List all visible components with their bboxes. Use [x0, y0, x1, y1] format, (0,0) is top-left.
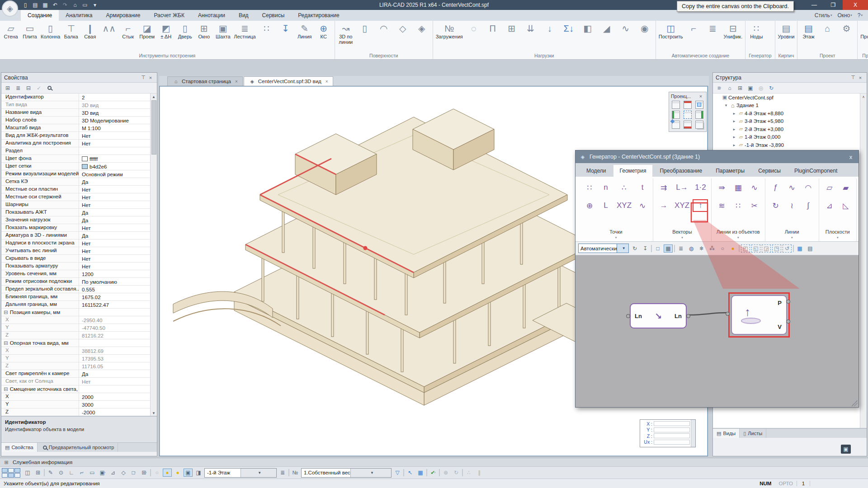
- generator-tool-icon[interactable]: ≀: [785, 200, 799, 211]
- alphabetical-icon[interactable]: ≣: [14, 84, 23, 92]
- ribbon-tab[interactable]: Армирование: [99, 10, 147, 21]
- level-mark-icon[interactable]: ↧: [276, 22, 295, 38]
- property-row[interactable]: ⊟Позиция камеры, мм: [1, 309, 157, 316]
- panel-tab[interactable]: ▤ Виды: [713, 429, 740, 438]
- input-port[interactable]: [726, 312, 730, 316]
- generator-tab[interactable]: Параметры: [709, 165, 751, 177]
- close-button[interactable]: X: [843, 0, 868, 10]
- dropdown-arrow-icon[interactable]: ▾: [681, 236, 683, 241]
- import-model-icon[interactable]: ↧: [641, 244, 650, 253]
- add-building-icon[interactable]: ⊞▾: [736, 84, 745, 92]
- property-row[interactable]: Показывать арматуру Нет: [1, 263, 157, 270]
- check-doc-icon[interactable]: ✔▾: [429, 469, 438, 477]
- generator-tool-icon[interactable]: L→: [675, 182, 689, 193]
- pile-icon[interactable]: ❙ Свая: [80, 22, 99, 43]
- layout-grid-icon[interactable]: ▦: [795, 244, 804, 253]
- gear-drops-icon[interactable]: ⁂: [708, 244, 717, 253]
- panel-tab[interactable]: ▯ Листы: [740, 429, 766, 438]
- ribbon-tab[interactable]: Аннотации: [191, 10, 232, 21]
- arch-icon[interactable]: ◠: [374, 22, 393, 38]
- 3d-by-line-icon[interactable]: ↝ 3D по линии: [336, 22, 355, 48]
- property-row[interactable]: Предел зеркальной составля... 0.555: [1, 286, 157, 293]
- generator-tool-icon[interactable]: ⇛: [715, 182, 729, 193]
- menu-item[interactable]: Окно▾: [835, 12, 854, 19]
- property-row[interactable]: Вид для ЖБК-результатов Нет: [1, 132, 157, 140]
- property-row[interactable]: Арматура в 3D - линиями Да: [1, 232, 157, 239]
- multi-view-icon[interactable]: [695, 121, 703, 129]
- generator-tool-icon[interactable]: →: [657, 200, 670, 211]
- center-snap-icon[interactable]: ⊙▾: [57, 469, 66, 477]
- tree-item[interactable]: ▸ ▱ 3-й Этаж +5,980: [713, 117, 867, 126]
- vector-node[interactable]: ↑ P V: [731, 295, 787, 335]
- force-icon[interactable]: ↓: [540, 22, 559, 38]
- group-load-icon[interactable]: ⇊: [521, 22, 540, 38]
- expander-icon[interactable]: ▸: [731, 135, 737, 139]
- generator-toolbar-button[interactable]: [651, 245, 652, 252]
- generator-tool-icon[interactable]: ▱: [823, 182, 836, 193]
- ks-icon[interactable]: ⊕ КС: [314, 22, 333, 43]
- dropdown-arrow-icon[interactable]: ▾: [737, 236, 739, 241]
- close-tab-icon[interactable]: ×: [326, 79, 328, 84]
- tree-item[interactable]: ▾ ⌂ Здание 1: [713, 102, 867, 110]
- chevron-down-icon[interactable]: ▼: [241, 469, 277, 477]
- property-row[interactable]: Z -2000: [1, 408, 157, 416]
- rotate-icon[interactable]: ↻▾: [452, 469, 461, 477]
- loadcase-combo[interactable]: 1.Собственный вес ▼: [301, 468, 392, 478]
- generator-tool-icon[interactable]: ▦: [731, 182, 745, 193]
- generator-tab[interactable]: PluginComponent: [788, 165, 844, 177]
- property-row[interactable]: ⊟Опорная точка вида, мм: [1, 339, 157, 347]
- soil-pressure-icon[interactable]: ◢: [597, 22, 616, 38]
- pin-icon[interactable]: ⊤: [140, 75, 147, 80]
- viewport-grid-icon[interactable]: [2, 468, 20, 478]
- pin-icon[interactable]: ⊤: [849, 75, 857, 80]
- close-icon[interactable]: ×: [697, 94, 704, 99]
- generator-toolbar-button[interactable]: [793, 245, 794, 252]
- generator-tool-icon[interactable]: ∿: [748, 182, 761, 193]
- corner-view-icon[interactable]: [672, 121, 680, 129]
- generator-tool-icon[interactable]: ✂: [748, 200, 761, 211]
- vector-by-point-icon[interactable]: ↑: [693, 200, 707, 211]
- wire-cube-icon[interactable]: □: [653, 244, 662, 253]
- generator-tool-icon[interactable]: ∴: [618, 182, 631, 193]
- input-port[interactable]: [626, 314, 630, 318]
- expander-icon[interactable]: ▾: [723, 103, 729, 108]
- property-row[interactable]: Режим отрисовки подложки По умолчанию: [1, 278, 157, 286]
- property-row[interactable]: Свет прикреплён к камере Да: [1, 370, 157, 378]
- generator-tab[interactable]: Геометрия: [613, 165, 653, 177]
- cursor-filter-icon[interactable]: ↖▾: [406, 469, 415, 477]
- property-row[interactable]: Уровень сечения, мм 1200: [1, 270, 157, 278]
- table-filter-icon[interactable]: ▦▾: [416, 469, 425, 477]
- generator-tool-icon[interactable]: ∿: [785, 182, 799, 193]
- top-view-icon[interactable]: [684, 101, 692, 109]
- property-row[interactable]: Y -47740.50: [1, 324, 157, 332]
- property-row[interactable]: Y 3000: [1, 401, 157, 408]
- ribbon-tab[interactable]: Аналитика: [59, 10, 99, 21]
- generator-title-bar[interactable]: ◈ Генератор - CenterVectCont.spf (Здание…: [576, 150, 859, 163]
- close-icon[interactable]: ×: [147, 75, 154, 80]
- generator-tool-icon[interactable]: ƒ: [769, 182, 783, 193]
- tree-item[interactable]: ▸ ▱ -1-й Этаж -3,890: [713, 141, 867, 149]
- bottom-toolbar-button[interactable]: ▾: [150, 469, 151, 476]
- property-row[interactable]: Идентификатор 2: [1, 94, 157, 101]
- generator-tool-icon[interactable]: ◠: [802, 182, 815, 193]
- muffin-icon[interactable]: ◍: [687, 244, 696, 253]
- bottom-view-icon[interactable]: [684, 121, 692, 129]
- property-row[interactable]: Показывать АЖТ Да: [1, 209, 157, 216]
- iso-view-icon[interactable]: [672, 101, 680, 109]
- generator-tool-icon[interactable]: XYZ: [673, 200, 691, 211]
- close-icon[interactable]: ×: [857, 75, 864, 80]
- bulb-on-icon[interactable]: ●: [728, 244, 737, 253]
- ribbon-tab[interactable]: Создание: [21, 10, 59, 21]
- scroll-up-icon[interactable]: ∧: [860, 94, 867, 100]
- binoculars-icon[interactable]: ◎▾: [756, 84, 765, 92]
- line-load-icon[interactable]: Π: [483, 22, 502, 38]
- expander-icon[interactable]: ▸: [731, 127, 737, 131]
- chevron-down-icon[interactable]: ▼: [350, 469, 391, 477]
- generator-tool-icon[interactable]: ◺: [839, 200, 853, 211]
- bottom-toolbar-button[interactable]: ▾: [44, 469, 45, 476]
- corner-snap-icon[interactable]: ∟▾: [67, 469, 76, 477]
- tree-item[interactable]: ▣ CenterVectCont.spf: [713, 94, 867, 102]
- select-copy-icon[interactable]: ◰: [741, 244, 750, 253]
- lamp-yellow-icon[interactable]: ●▾: [173, 469, 182, 477]
- project-settings-icon[interactable]: ⚙: [837, 22, 856, 38]
